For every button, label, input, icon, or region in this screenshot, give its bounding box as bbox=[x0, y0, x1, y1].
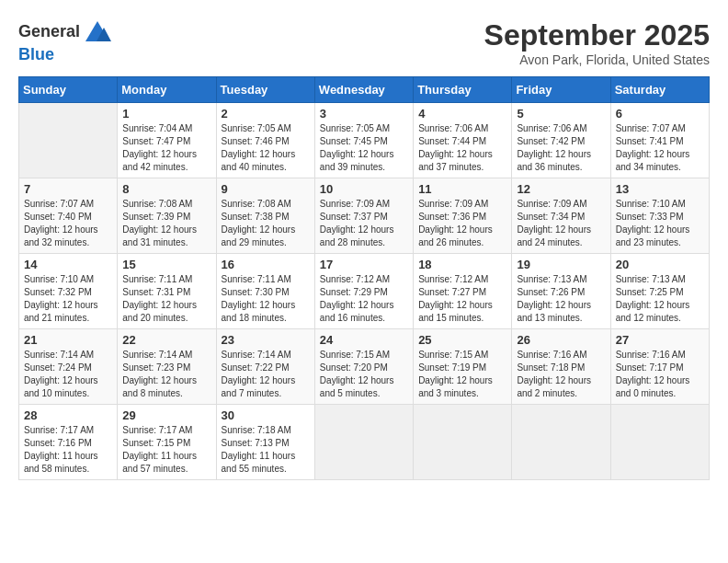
calendar-cell bbox=[610, 405, 709, 480]
calendar-cell: 11Sunrise: 7:09 AMSunset: 7:36 PMDayligh… bbox=[414, 178, 512, 254]
day-number: 9 bbox=[222, 182, 310, 196]
calendar-cell: 25Sunrise: 7:15 AMSunset: 7:19 PMDayligh… bbox=[414, 329, 512, 405]
day-info: Sunrise: 7:04 AMSunset: 7:47 PMDaylight:… bbox=[122, 122, 210, 174]
day-number: 14 bbox=[24, 258, 112, 271]
title-section: September 2025 Avon Park, Florida, Unite… bbox=[484, 18, 710, 67]
day-number: 28 bbox=[24, 408, 112, 422]
day-info: Sunrise: 7:06 AMSunset: 7:42 PMDaylight:… bbox=[517, 122, 605, 174]
week-row-0: 1Sunrise: 7:04 AMSunset: 7:47 PMDaylight… bbox=[19, 103, 710, 178]
calendar-cell: 22Sunrise: 7:14 AMSunset: 7:23 PMDayligh… bbox=[118, 329, 216, 405]
header-sunday: Sunday bbox=[19, 77, 118, 103]
day-number: 23 bbox=[222, 333, 310, 347]
day-info: Sunrise: 7:13 AMSunset: 7:25 PMDaylight:… bbox=[616, 273, 704, 325]
day-number: 1 bbox=[122, 107, 210, 121]
day-number: 6 bbox=[616, 107, 704, 121]
calendar-cell: 19Sunrise: 7:13 AMSunset: 7:26 PMDayligh… bbox=[512, 254, 610, 329]
day-info: Sunrise: 7:07 AMSunset: 7:41 PMDaylight:… bbox=[616, 122, 704, 174]
day-info: Sunrise: 7:08 AMSunset: 7:38 PMDaylight:… bbox=[222, 198, 310, 249]
calendar-cell: 13Sunrise: 7:10 AMSunset: 7:33 PMDayligh… bbox=[610, 178, 709, 254]
calendar-cell bbox=[512, 405, 610, 480]
day-number: 24 bbox=[320, 333, 408, 347]
day-info: Sunrise: 7:11 AMSunset: 7:30 PMDaylight:… bbox=[222, 273, 310, 325]
calendar-cell: 6Sunrise: 7:07 AMSunset: 7:41 PMDaylight… bbox=[610, 103, 709, 178]
month-title: September 2025 bbox=[484, 18, 710, 52]
day-number: 21 bbox=[24, 333, 112, 347]
day-info: Sunrise: 7:06 AMSunset: 7:44 PMDaylight:… bbox=[418, 122, 506, 174]
day-number: 26 bbox=[517, 333, 605, 347]
calendar-cell: 23Sunrise: 7:14 AMSunset: 7:22 PMDayligh… bbox=[216, 329, 314, 405]
calendar-cell: 3Sunrise: 7:05 AMSunset: 7:45 PMDaylight… bbox=[314, 103, 413, 178]
day-info: Sunrise: 7:11 AMSunset: 7:31 PMDaylight:… bbox=[122, 273, 210, 325]
day-info: Sunrise: 7:16 AMSunset: 7:17 PMDaylight:… bbox=[616, 349, 704, 400]
day-info: Sunrise: 7:17 AMSunset: 7:16 PMDaylight:… bbox=[24, 424, 112, 476]
day-number: 18 bbox=[418, 258, 506, 271]
calendar-cell bbox=[314, 405, 413, 480]
header-row: SundayMondayTuesdayWednesdayThursdayFrid… bbox=[19, 77, 710, 103]
day-number: 12 bbox=[517, 182, 605, 196]
calendar-cell: 29Sunrise: 7:17 AMSunset: 7:15 PMDayligh… bbox=[118, 405, 216, 480]
calendar-cell: 10Sunrise: 7:09 AMSunset: 7:37 PMDayligh… bbox=[314, 178, 413, 254]
week-row-2: 14Sunrise: 7:10 AMSunset: 7:32 PMDayligh… bbox=[19, 254, 710, 329]
day-number: 25 bbox=[418, 333, 506, 347]
day-info: Sunrise: 7:05 AMSunset: 7:45 PMDaylight:… bbox=[320, 122, 408, 174]
calendar-cell: 18Sunrise: 7:12 AMSunset: 7:27 PMDayligh… bbox=[414, 254, 512, 329]
day-number: 17 bbox=[320, 258, 408, 271]
day-number: 3 bbox=[320, 107, 408, 121]
logo-icon bbox=[84, 18, 111, 46]
calendar-cell: 30Sunrise: 7:18 AMSunset: 7:13 PMDayligh… bbox=[216, 405, 314, 480]
day-number: 15 bbox=[122, 258, 210, 271]
day-number: 13 bbox=[616, 182, 704, 196]
calendar-cell: 17Sunrise: 7:12 AMSunset: 7:29 PMDayligh… bbox=[314, 254, 413, 329]
day-info: Sunrise: 7:14 AMSunset: 7:23 PMDaylight:… bbox=[122, 349, 210, 400]
calendar-cell: 2Sunrise: 7:05 AMSunset: 7:46 PMDaylight… bbox=[216, 103, 314, 178]
week-row-3: 21Sunrise: 7:14 AMSunset: 7:24 PMDayligh… bbox=[19, 329, 710, 405]
header-wednesday: Wednesday bbox=[314, 77, 413, 103]
day-info: Sunrise: 7:09 AMSunset: 7:37 PMDaylight:… bbox=[320, 198, 408, 249]
day-info: Sunrise: 7:18 AMSunset: 7:13 PMDaylight:… bbox=[222, 424, 310, 476]
header-tuesday: Tuesday bbox=[216, 77, 314, 103]
calendar-cell: 14Sunrise: 7:10 AMSunset: 7:32 PMDayligh… bbox=[19, 254, 118, 329]
calendar-cell: 28Sunrise: 7:17 AMSunset: 7:16 PMDayligh… bbox=[19, 405, 118, 480]
header-friday: Friday bbox=[512, 77, 610, 103]
day-number: 7 bbox=[24, 182, 112, 196]
calendar-cell: 15Sunrise: 7:11 AMSunset: 7:31 PMDayligh… bbox=[118, 254, 216, 329]
header-saturday: Saturday bbox=[610, 77, 709, 103]
calendar-cell: 26Sunrise: 7:16 AMSunset: 7:18 PMDayligh… bbox=[512, 329, 610, 405]
day-number: 5 bbox=[517, 107, 605, 121]
week-row-1: 7Sunrise: 7:07 AMSunset: 7:40 PMDaylight… bbox=[19, 178, 710, 254]
day-number: 11 bbox=[418, 182, 506, 196]
day-info: Sunrise: 7:16 AMSunset: 7:18 PMDaylight:… bbox=[517, 349, 605, 400]
day-number: 30 bbox=[222, 408, 310, 422]
calendar-cell: 12Sunrise: 7:09 AMSunset: 7:34 PMDayligh… bbox=[512, 178, 610, 254]
calendar-cell: 27Sunrise: 7:16 AMSunset: 7:17 PMDayligh… bbox=[610, 329, 709, 405]
logo-blue: Blue bbox=[18, 46, 111, 64]
calendar-cell: 8Sunrise: 7:08 AMSunset: 7:39 PMDaylight… bbox=[118, 178, 216, 254]
calendar-table: SundayMondayTuesdayWednesdayThursdayFrid… bbox=[18, 76, 710, 480]
day-number: 22 bbox=[122, 333, 210, 347]
day-info: Sunrise: 7:05 AMSunset: 7:46 PMDaylight:… bbox=[222, 122, 310, 174]
calendar-cell: 5Sunrise: 7:06 AMSunset: 7:42 PMDaylight… bbox=[512, 103, 610, 178]
day-info: Sunrise: 7:13 AMSunset: 7:26 PMDaylight:… bbox=[517, 273, 605, 325]
week-row-4: 28Sunrise: 7:17 AMSunset: 7:16 PMDayligh… bbox=[19, 405, 710, 480]
day-number: 27 bbox=[616, 333, 704, 347]
calendar-cell: 1Sunrise: 7:04 AMSunset: 7:47 PMDaylight… bbox=[118, 103, 216, 178]
calendar-cell bbox=[19, 103, 118, 178]
subtitle: Avon Park, Florida, United States bbox=[484, 52, 710, 67]
calendar-cell: 21Sunrise: 7:14 AMSunset: 7:24 PMDayligh… bbox=[19, 329, 118, 405]
logo-general: General bbox=[18, 23, 80, 41]
calendar-cell: 16Sunrise: 7:11 AMSunset: 7:30 PMDayligh… bbox=[216, 254, 314, 329]
day-number: 4 bbox=[418, 107, 506, 121]
day-info: Sunrise: 7:15 AMSunset: 7:20 PMDaylight:… bbox=[320, 349, 408, 400]
day-number: 29 bbox=[122, 408, 210, 422]
header-thursday: Thursday bbox=[414, 77, 512, 103]
day-info: Sunrise: 7:10 AMSunset: 7:33 PMDaylight:… bbox=[616, 198, 704, 249]
day-number: 16 bbox=[222, 258, 310, 271]
day-info: Sunrise: 7:12 AMSunset: 7:29 PMDaylight:… bbox=[320, 273, 408, 325]
day-info: Sunrise: 7:14 AMSunset: 7:24 PMDaylight:… bbox=[24, 349, 112, 400]
day-info: Sunrise: 7:14 AMSunset: 7:22 PMDaylight:… bbox=[222, 349, 310, 400]
header-monday: Monday bbox=[118, 77, 216, 103]
day-info: Sunrise: 7:08 AMSunset: 7:39 PMDaylight:… bbox=[122, 198, 210, 249]
day-info: Sunrise: 7:12 AMSunset: 7:27 PMDaylight:… bbox=[418, 273, 506, 325]
day-number: 10 bbox=[320, 182, 408, 196]
logo: General Blue bbox=[18, 18, 111, 64]
